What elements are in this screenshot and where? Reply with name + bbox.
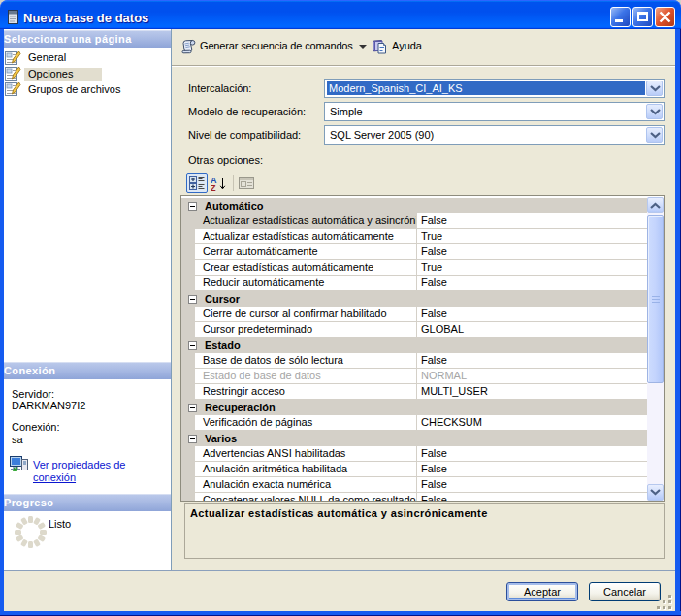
svg-text:Z: Z bbox=[211, 183, 216, 192]
